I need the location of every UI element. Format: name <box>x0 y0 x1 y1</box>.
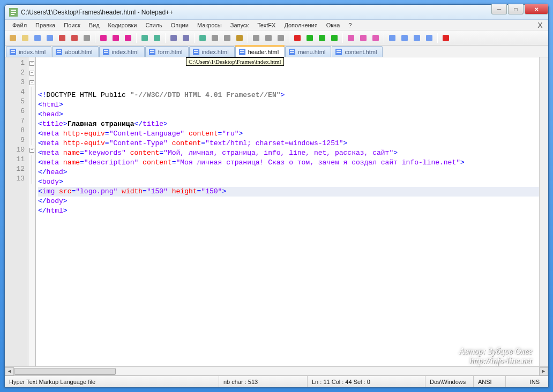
redo-button[interactable] <box>151 32 163 44</box>
run3-button[interactable] <box>370 32 382 44</box>
menu-опции[interactable]: Опции <box>167 21 193 29</box>
code-line-11[interactable]: <img src="logo.png" width="150" height="… <box>38 187 539 197</box>
find-button[interactable] <box>168 32 180 44</box>
tab-index-html[interactable]: index.html <box>99 46 145 57</box>
tab-header-html[interactable]: header.html <box>235 46 285 57</box>
tab-index-html[interactable]: index.html <box>6 46 51 57</box>
menu-окна[interactable]: Окна <box>322 21 345 29</box>
cut-icon <box>99 34 108 42</box>
svg-rect-1 <box>10 35 16 41</box>
code-line-12[interactable]: </body> <box>38 197 539 206</box>
save-all-icon <box>46 34 54 42</box>
new-button[interactable] <box>7 32 19 44</box>
menu-запуск[interactable]: Запуск <box>226 21 253 29</box>
minimize-button[interactable]: ─ <box>491 4 507 14</box>
file-icon <box>148 48 156 56</box>
svg-rect-31 <box>414 35 420 41</box>
spell-button[interactable] <box>440 32 452 44</box>
tab-index-html[interactable]: index.html <box>189 46 235 57</box>
fold-toggle[interactable]: − <box>29 80 34 85</box>
svg-rect-38 <box>57 50 61 51</box>
code-line-6[interactable]: <meta http-equiv="Content-Type" content=… <box>38 139 539 148</box>
print-button[interactable] <box>81 32 93 44</box>
menu-файл[interactable]: Файл <box>8 21 31 29</box>
code-line-7[interactable]: <meta name="keywords" content="Мой, личн… <box>38 148 539 158</box>
close-all-button[interactable] <box>69 32 80 44</box>
indent-button[interactable] <box>221 32 233 44</box>
code-content[interactable]: C:\Users\1\Desktop\Frames\index.html <!D… <box>36 57 539 366</box>
close-button[interactable]: ✕ <box>525 4 548 14</box>
open-button[interactable] <box>19 32 31 44</box>
ud1-button[interactable] <box>234 32 245 44</box>
run1-button[interactable] <box>345 32 357 44</box>
svg-rect-30 <box>401 35 408 41</box>
code-line-13[interactable]: </html> <box>38 206 539 216</box>
svg-rect-5 <box>59 35 65 41</box>
play-button[interactable] <box>304 32 316 44</box>
svg-rect-57 <box>337 52 341 53</box>
unfold-button[interactable] <box>263 32 274 44</box>
menu-стиль[interactable]: Стиль <box>141 21 167 29</box>
svg-rect-19 <box>253 35 259 41</box>
menu-дополнения[interactable]: Дополнения <box>280 21 322 29</box>
svg-rect-12 <box>154 35 160 41</box>
save-button[interactable] <box>32 32 43 44</box>
scroll-thumb[interactable] <box>14 368 116 375</box>
menu-правка[interactable]: Правка <box>31 21 59 29</box>
titlebar[interactable]: C:\Users\1\Desktop\Frames\header.html - … <box>5 5 548 20</box>
fold-button[interactable] <box>250 32 262 44</box>
cut-button[interactable] <box>98 32 109 44</box>
code-line-4[interactable]: <title>Главная страница</title> <box>38 119 539 129</box>
scroll-left-icon[interactable]: ◄ <box>5 367 14 375</box>
scroll-right-icon[interactable]: ► <box>539 367 548 375</box>
menu-textfx[interactable]: TextFX <box>253 21 280 29</box>
status-mode: INS <box>506 376 548 387</box>
code-line-5[interactable]: <meta http-equiv="Content-Language" cont… <box>38 129 539 139</box>
code-line-9[interactable]: </head> <box>38 168 539 177</box>
plug2-button[interactable] <box>399 32 410 44</box>
play1-button[interactable] <box>328 32 340 44</box>
fold-toggle[interactable]: − <box>29 71 34 76</box>
copy-button[interactable] <box>110 32 122 44</box>
save-all-button[interactable] <box>44 32 56 44</box>
tab-form-html[interactable]: form.html <box>145 46 189 57</box>
plug3-button[interactable] <box>411 32 423 44</box>
svg-rect-8 <box>100 35 107 41</box>
undo-button[interactable] <box>139 32 151 44</box>
code-line-8[interactable]: <meta name="description" content="Моя ли… <box>38 158 539 168</box>
horizontal-scrollbar[interactable]: ◄ ► <box>5 366 548 375</box>
menu-вид[interactable]: Вид <box>85 21 104 29</box>
paste-button[interactable] <box>122 32 134 44</box>
svg-rect-13 <box>170 35 177 41</box>
paste-icon <box>124 34 132 42</box>
hide-button[interactable] <box>275 32 287 44</box>
menu-close-button[interactable]: X <box>535 21 545 29</box>
run2-button[interactable] <box>357 32 369 44</box>
menu-макросы[interactable]: Макросы <box>193 21 226 29</box>
tab-menu-html[interactable]: menu.html <box>285 46 331 57</box>
code-line-1[interactable]: <!DOCTYPE HTML Public "-//W3C//DTD HTML … <box>38 91 539 100</box>
tab-about-html[interactable]: about.html <box>52 46 98 57</box>
code-line-10[interactable]: <body> <box>38 177 539 187</box>
menu-?[interactable]: ? <box>344 21 356 29</box>
redo-icon <box>153 34 161 42</box>
guides-button[interactable] <box>209 32 221 44</box>
rec-button[interactable] <box>292 32 303 44</box>
close-icon <box>58 34 66 42</box>
ww-button[interactable] <box>197 32 208 44</box>
vertical-scrollbar[interactable] <box>539 57 548 366</box>
maximize-button[interactable]: □ <box>508 4 524 14</box>
fold-toggle[interactable]: − <box>29 61 34 66</box>
play-icon <box>305 34 314 42</box>
code-line-2[interactable]: <html> <box>38 100 539 110</box>
plug1-button[interactable] <box>386 32 398 44</box>
menu-поиск[interactable]: Поиск <box>59 21 84 29</box>
plug4-button[interactable] <box>423 32 435 44</box>
menu-кодировки[interactable]: Кодировки <box>104 21 141 29</box>
play4-button[interactable] <box>316 32 328 44</box>
close-button[interactable] <box>56 32 68 44</box>
tab-content-html[interactable]: content.html <box>332 46 383 57</box>
fold-toggle[interactable]: − <box>29 148 34 153</box>
replace-button[interactable] <box>180 32 192 44</box>
code-line-3[interactable]: <head> <box>38 110 539 119</box>
